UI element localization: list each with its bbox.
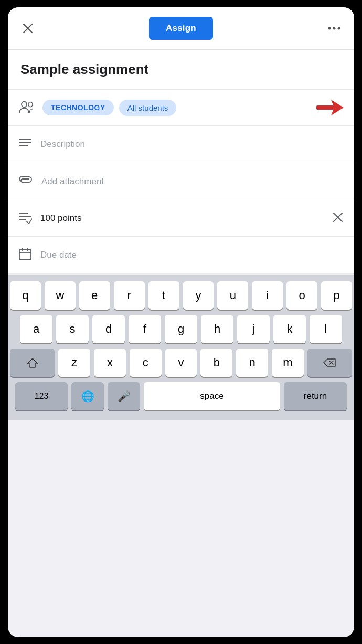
due-date-placeholder: Due date [40,250,77,260]
keyboard-row-2: a s d f g h j k l [10,315,352,343]
assignment-title: Sample assignment [20,61,342,78]
svg-point-6 [28,102,33,107]
description-placeholder: Description [40,139,85,150]
attachment-icon [18,175,33,188]
top-bar: Assign [8,7,354,50]
key-r[interactable]: r [114,281,145,310]
key-b[interactable]: b [200,349,232,377]
key-k[interactable]: k [273,315,306,343]
space-key[interactable]: space [144,382,280,410]
microphone-key[interactable]: 🎤 [108,382,140,410]
more-options-button[interactable] [325,19,344,38]
points-clear-button[interactable] [332,212,344,226]
shift-key[interactable] [10,349,55,377]
key-f[interactable]: f [129,315,161,343]
points-value: 100 points [40,213,332,224]
class-chip[interactable]: TECHNOLOGY [42,100,114,115]
keyboard-row-3: z x c v b n m [10,349,352,377]
close-icon [22,23,34,34]
key-o[interactable]: o [286,281,317,310]
arrow-indicator [316,99,344,117]
description-icon [18,138,32,151]
keyboard: q w e r t y u i o p a s d f g h j k l [8,275,354,420]
key-u[interactable]: u [217,281,248,310]
key-c[interactable]: c [130,349,162,377]
backspace-key[interactable] [307,349,352,377]
numbers-key[interactable]: 123 [15,382,68,410]
key-v[interactable]: v [165,349,197,377]
svg-point-5 [22,102,27,108]
key-x[interactable]: x [94,349,126,377]
key-a[interactable]: a [20,315,52,343]
key-m[interactable]: m [272,349,304,377]
key-h[interactable]: h [201,315,233,343]
key-t[interactable]: t [148,281,179,310]
assign-button[interactable]: Assign [149,17,213,40]
attachment-placeholder: Add attachment [41,176,104,187]
svg-point-3 [333,27,335,30]
close-button[interactable] [18,19,37,38]
return-key[interactable]: return [284,382,347,410]
key-s[interactable]: s [56,315,89,343]
students-chip[interactable]: All students [119,100,177,116]
students-row[interactable]: TECHNOLOGY All students [8,90,354,126]
title-section: Sample assignment [8,50,354,90]
points-row: 100 points [8,200,354,237]
key-g[interactable]: g [165,315,197,343]
globe-key[interactable]: 🌐 [71,382,104,410]
svg-point-2 [328,27,331,30]
key-l[interactable]: l [310,315,342,343]
due-date-icon [18,247,32,263]
key-e[interactable]: e [79,281,110,310]
keyboard-row-4: 123 🌐 🎤 space return [10,382,352,410]
backspace-icon [323,358,336,367]
more-icon [328,26,340,30]
key-q[interactable]: q [10,281,41,310]
key-w[interactable]: w [45,281,76,310]
key-y[interactable]: y [183,281,214,310]
svg-marker-21 [27,358,38,367]
key-p[interactable]: p [321,281,352,310]
svg-point-4 [337,27,340,30]
students-icon [18,99,35,116]
key-j[interactable]: j [237,315,270,343]
svg-rect-17 [19,249,31,260]
key-i[interactable]: i [252,281,283,310]
content-area: Sample assignment TECHNOLOGY All student… [8,50,354,274]
due-date-row[interactable]: Due date [8,237,354,274]
key-z[interactable]: z [58,349,90,377]
key-n[interactable]: n [236,349,268,377]
description-row[interactable]: Description [8,126,354,163]
keyboard-row-1: q w e r t y u i o p [10,281,352,310]
svg-rect-8 [316,105,334,110]
attachment-row[interactable]: Add attachment [8,163,354,200]
points-icon [18,211,32,226]
key-d[interactable]: d [92,315,125,343]
